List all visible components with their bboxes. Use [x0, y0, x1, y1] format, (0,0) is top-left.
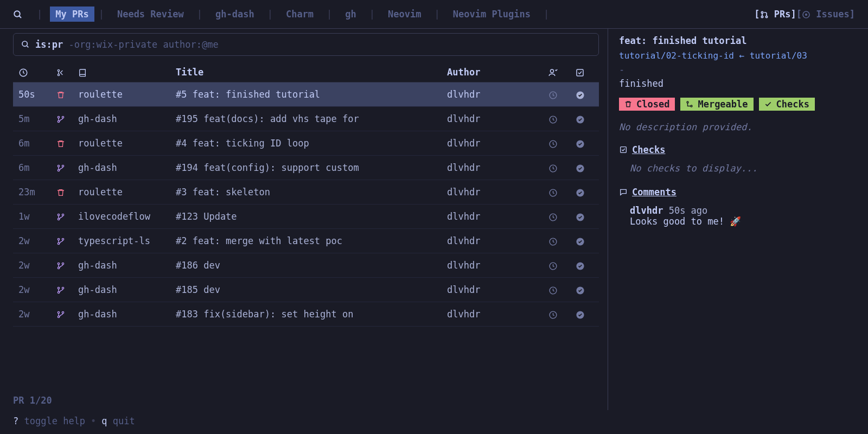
clock-icon	[539, 89, 566, 100]
row-title: #186 dev	[176, 260, 447, 271]
switcher-issues[interactable]: [ Issues]	[796, 9, 855, 20]
tab-gh-dash[interactable]: gh-dash	[207, 7, 263, 22]
comments-section-header: Comments	[619, 187, 857, 197]
arrow-icon: ←	[739, 50, 745, 61]
pr-row[interactable]: 2wgh-dash#185 devdlvhdr	[13, 278, 599, 302]
comment: dlvhdr 50s ago Looks good to me! 🚀	[619, 205, 857, 227]
tab-charm[interactable]: Charm	[277, 7, 322, 22]
svg-point-17	[58, 120, 59, 122]
row-time: 2w	[18, 260, 56, 271]
check-circle-icon	[566, 309, 593, 320]
pr-row[interactable]: 5mgh-dash#195 feat(docs): add vhs tape f…	[13, 107, 599, 131]
row-time: 50s	[18, 89, 56, 100]
svg-point-46	[58, 291, 59, 293]
check-circle-icon	[566, 211, 593, 222]
check-circle-icon	[566, 162, 593, 173]
pr-row[interactable]: 23mroulette#3 feat: skeletondlvhdr	[13, 180, 599, 205]
tab-gh[interactable]: gh	[336, 7, 365, 22]
clock-icon	[539, 211, 566, 222]
pr-row[interactable]: 1wilovecodeflow#123 Updatedlvhdr	[13, 205, 599, 229]
svg-point-23	[58, 165, 59, 167]
svg-point-47	[62, 287, 63, 289]
svg-rect-13	[577, 69, 583, 76]
row-title: #185 dev	[176, 284, 447, 295]
help-toggle: ? toggle help	[13, 416, 85, 426]
pr-row[interactable]: 50sroulette#5 feat: finished tutorialdlv…	[13, 82, 599, 107]
help-bar: ? toggle help • q quit	[0, 410, 868, 434]
checks-body: No checks to display...	[619, 163, 857, 174]
detail-description: No description provided.	[619, 122, 857, 132]
pr-row[interactable]: 2wtypescript-ls#2 feat: merge with lates…	[13, 229, 599, 253]
row-repo: gh-dash	[78, 260, 176, 271]
svg-rect-57	[621, 147, 627, 153]
row-repo: ilovecodeflow	[78, 211, 176, 222]
row-repo: gh-dash	[78, 284, 176, 295]
pr-row[interactable]: 6mroulette#4 feat: ticking ID loopdlvhdr	[13, 131, 599, 156]
row-author: dlvhdr	[447, 235, 539, 246]
check-circle-icon	[566, 260, 593, 271]
svg-point-31	[58, 218, 59, 220]
tab-neovim[interactable]: Neovim	[379, 7, 430, 22]
pager: PR 1/20	[13, 390, 599, 410]
svg-point-11	[58, 74, 59, 75]
check-circle-icon	[566, 235, 593, 246]
svg-point-12	[551, 69, 554, 73]
svg-point-25	[62, 165, 63, 167]
header-checks-icon	[566, 67, 593, 78]
checks-icon	[619, 145, 628, 154]
switcher-prs[interactable]: [ PRs]	[754, 9, 796, 20]
row-repo: gh-dash	[78, 309, 176, 320]
header-state-icon	[56, 67, 78, 78]
clock-icon	[539, 113, 566, 124]
branch-icon	[56, 211, 78, 222]
svg-point-37	[62, 238, 63, 240]
svg-point-36	[58, 242, 59, 244]
search-query-prefix: is:pr	[35, 39, 63, 50]
pr-row[interactable]: 6mgh-dash#194 feat(config): support cust…	[13, 156, 599, 180]
search-icon	[21, 40, 30, 49]
help-separator: •	[91, 416, 96, 426]
comment-author: dlvhdr	[630, 205, 663, 216]
svg-point-51	[58, 316, 59, 317]
row-time: 2w	[18, 235, 56, 246]
row-title: #195 feat(docs): add vhs tape for	[176, 113, 447, 124]
svg-line-8	[27, 46, 28, 47]
pr-row[interactable]: 2wgh-dash#183 fix(sidebar): set height o…	[13, 302, 599, 327]
tab-neovim-plugins[interactable]: Neovim Plugins	[444, 7, 539, 22]
svg-point-45	[58, 287, 59, 289]
check-circle-icon	[566, 113, 593, 124]
row-repo: roulette	[78, 187, 176, 197]
tab-needs-review[interactable]: Needs Review	[108, 7, 193, 22]
row-author: dlvhdr	[447, 309, 539, 320]
svg-point-7	[22, 41, 27, 46]
row-time: 6m	[18, 162, 56, 173]
search-icon[interactable]	[13, 9, 23, 20]
row-time: 1w	[18, 211, 56, 222]
row-repo: gh-dash	[78, 162, 176, 173]
search-input[interactable]: is:pr -org:wix-private author:@me	[13, 33, 599, 56]
svg-point-3	[761, 16, 763, 17]
row-repo: typescript-ls	[78, 235, 176, 246]
svg-point-30	[58, 214, 59, 215]
trash-icon	[56, 89, 78, 100]
header-title: Title	[176, 67, 447, 78]
pr-row[interactable]: 2wgh-dash#186 devdlvhdr	[13, 253, 599, 278]
svg-point-42	[62, 263, 63, 264]
branch-icon	[56, 113, 78, 124]
row-author: dlvhdr	[447, 260, 539, 271]
clock-icon	[539, 138, 566, 149]
comments-icon	[619, 188, 628, 196]
row-time: 2w	[18, 309, 56, 320]
target-branch: tutorial/02-ticking-id	[619, 50, 734, 61]
check-circle-icon	[566, 138, 593, 149]
clock-icon	[539, 260, 566, 271]
dash-line: -	[619, 64, 857, 75]
help-quit: q quit	[101, 416, 135, 426]
row-time: 5m	[18, 113, 56, 124]
tab-my-prs[interactable]: My PRs	[50, 7, 94, 22]
trash-icon	[56, 187, 78, 197]
svg-point-40	[58, 263, 59, 264]
trash-icon	[56, 138, 78, 149]
badge-checks: Checks	[759, 98, 815, 111]
detail-pane: feat: finished tutorial tutorial/02-tick…	[608, 29, 868, 410]
